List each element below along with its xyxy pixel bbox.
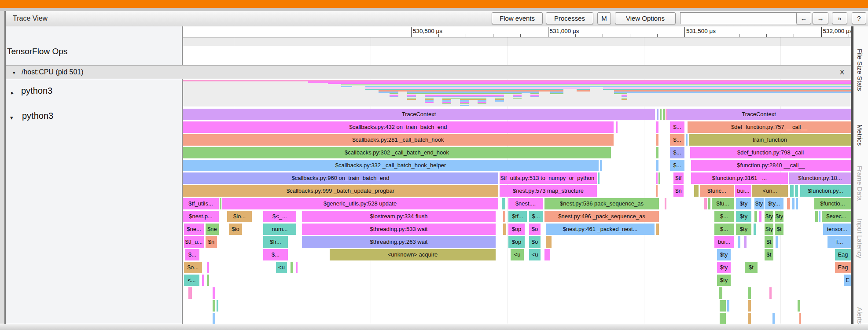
trace-span[interactable] xyxy=(503,224,506,235)
trace-span[interactable]: <un... xyxy=(752,185,788,197)
trace-span[interactable] xyxy=(213,300,215,312)
trace-span[interactable]: $o xyxy=(529,224,541,235)
trace-span[interactable]: $function.py... xyxy=(800,185,851,197)
trace-span[interactable]: $callbacks.py:960 on_train_batch_end xyxy=(183,172,498,184)
trace-span[interactable]: $callbacks.py:281 _call_batch_hook xyxy=(183,134,614,146)
trace-span[interactable] xyxy=(815,211,818,222)
trace-span[interactable]: $callbacks.py:432 on_train_batch_end xyxy=(183,121,614,133)
trace-span[interactable]: $ty xyxy=(765,211,773,222)
trace-span[interactable]: $iostream.py:334 flush xyxy=(302,211,496,222)
trace-span[interactable] xyxy=(502,198,505,209)
trace-span[interactable] xyxy=(503,211,505,222)
trace-span[interactable]: $<_... xyxy=(263,211,296,222)
trace-span[interactable]: $ty xyxy=(717,249,731,260)
trace-span[interactable]: num... xyxy=(263,224,296,235)
trace-span[interactable] xyxy=(202,275,204,286)
trace-span[interactable]: $o xyxy=(529,236,541,248)
collapsed-thread-miniview[interactable] xyxy=(183,80,851,106)
trace-span[interactable]: <unknown> acquire xyxy=(330,249,496,260)
bottom-splitter[interactable] xyxy=(0,324,868,330)
search-input[interactable] xyxy=(680,12,800,24)
trace-span[interactable] xyxy=(719,287,722,299)
trace-span[interactable] xyxy=(799,313,801,324)
trace-span[interactable] xyxy=(656,160,658,171)
trace-span[interactable] xyxy=(546,236,552,248)
trace-span[interactable]: T... xyxy=(828,236,851,248)
trace-span[interactable]: $nest.py:573 map_structure xyxy=(500,185,597,197)
trace-span[interactable] xyxy=(748,300,751,312)
trace-span[interactable]: $... xyxy=(714,224,734,235)
trace-span[interactable]: $def_function.py:798 _call xyxy=(690,147,851,158)
trace-span[interactable] xyxy=(744,236,747,248)
trace-span[interactable]: $fr... xyxy=(263,236,288,248)
trace-span[interactable]: $n xyxy=(673,185,684,197)
trace-span[interactable] xyxy=(787,198,790,209)
trace-span[interactable] xyxy=(657,109,658,120)
trace-span[interactable] xyxy=(213,287,215,299)
trace-span[interactable]: $... xyxy=(263,249,288,260)
find-previous-button[interactable]: ← xyxy=(796,12,811,24)
processes-button[interactable]: Processes xyxy=(546,12,593,24)
trace-span[interactable]: $... xyxy=(185,249,199,260)
trace-span[interactable]: $callbacks.py:302 _call_batch_end_hook xyxy=(183,147,611,158)
trace-span[interactable]: bui... xyxy=(735,185,751,197)
trace-span[interactable] xyxy=(708,198,710,209)
trace-span[interactable] xyxy=(704,198,707,209)
trace-span[interactable]: TraceContext xyxy=(183,109,655,120)
trace-span[interactable] xyxy=(544,249,550,260)
trace-span[interactable]: $tf_u... xyxy=(184,236,204,248)
trace-span[interactable]: $ty xyxy=(717,275,731,286)
trace-span[interactable]: $o... xyxy=(184,262,202,273)
trace-span[interactable]: <u xyxy=(276,262,287,273)
trace-span[interactable]: <... xyxy=(184,275,199,286)
trace-span[interactable]: $... xyxy=(714,211,734,222)
trace-span[interactable] xyxy=(748,287,751,299)
trace-span[interactable]: $threading.py:533 wait xyxy=(302,224,496,235)
trace-span[interactable]: $ty xyxy=(736,211,751,222)
trace-span[interactable]: $function.py:2840 __call__ xyxy=(691,160,851,171)
trace-span[interactable]: $function.py:3161 _... xyxy=(691,172,788,184)
trace-span[interactable]: <u xyxy=(511,249,524,260)
trace-span[interactable] xyxy=(656,185,658,197)
trace-span[interactable]: Eag xyxy=(835,249,851,260)
trace-span[interactable]: $ne xyxy=(206,224,219,235)
trace-span[interactable]: $nest.py:461 _packed_nest... xyxy=(546,224,655,235)
trace-span[interactable]: $func... xyxy=(700,185,734,197)
trace-span[interactable] xyxy=(600,160,602,171)
trace-span[interactable]: $... xyxy=(670,147,684,158)
trace-span[interactable]: $op xyxy=(508,236,525,248)
trace-span[interactable]: $exec... xyxy=(822,211,851,222)
trace-span[interactable]: $nest.py:536 pack_sequence_as xyxy=(544,198,659,209)
trace-span[interactable]: $ty xyxy=(754,198,764,209)
trace-span[interactable]: $tf xyxy=(673,172,684,184)
trace-span[interactable] xyxy=(207,262,209,273)
tab-input-latency[interactable]: Input Latency xyxy=(856,219,864,258)
collapse-arrow-icon[interactable]: ▾ xyxy=(10,114,13,121)
trace-span[interactable]: $ty... xyxy=(765,198,783,209)
trace-span[interactable]: $tf_utils.py:513 to_numpy_or_python_type xyxy=(500,172,597,184)
tab-metrics[interactable]: Metrics xyxy=(856,125,864,146)
trace-span[interactable]: $functio... xyxy=(814,198,851,209)
trace-span[interactable]: $nest.py:496 _pack_sequence_as xyxy=(544,211,659,222)
trace-span[interactable] xyxy=(754,211,757,222)
trace-span[interactable]: $fu... xyxy=(712,198,734,209)
trace-span[interactable]: $ty xyxy=(775,211,783,222)
process-header-host-cpu[interactable]: ▾ /host:CPU (pid 501) X xyxy=(6,65,851,79)
collapse-arrow-icon[interactable]: ▾ xyxy=(13,70,15,76)
trace-span[interactable]: $ty xyxy=(765,224,773,235)
trace-span[interactable]: $ne... xyxy=(184,224,204,235)
trace-span[interactable] xyxy=(291,262,293,273)
trace-span[interactable] xyxy=(656,147,658,158)
expand-arrow-icon[interactable]: ▸ xyxy=(11,89,14,96)
trace-span[interactable] xyxy=(217,300,218,312)
trace-span[interactable]: $... xyxy=(670,134,684,146)
trace-span[interactable] xyxy=(792,198,794,209)
trace-span[interactable]: $def_function.py:757 __call__ xyxy=(688,121,851,133)
trace-span[interactable]: $callbacks.py:332 _call_batch_hook_helpe… xyxy=(183,160,599,171)
trace-span[interactable]: $t xyxy=(765,249,773,260)
tab-alerts[interactable]: Alerts xyxy=(856,307,864,324)
trace-span[interactable] xyxy=(796,198,798,209)
trace-span[interactable]: tensor... xyxy=(823,224,851,235)
tab-file-size-stats[interactable]: File Size Stats xyxy=(856,49,864,91)
trace-span[interactable] xyxy=(616,121,618,133)
